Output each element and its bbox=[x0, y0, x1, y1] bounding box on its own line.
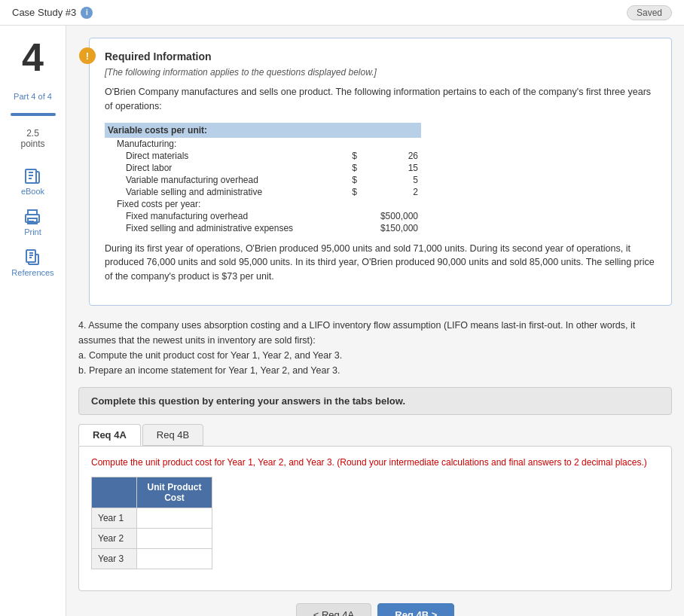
cost-label-manufacturing: Manufacturing: bbox=[105, 138, 299, 150]
sidebar-item-references[interactable]: References bbox=[11, 249, 53, 277]
info-box: ! Required Information [The following in… bbox=[89, 38, 672, 306]
points-value: 2.5 points bbox=[20, 128, 44, 149]
cost-row-fixed-mfg: Fixed manufacturing overhead $500,000 bbox=[105, 210, 421, 222]
cost-symbol-vs: $ bbox=[299, 186, 360, 198]
cost-label-fixed-header: Fixed costs per year: bbox=[105, 198, 299, 210]
cost-table-header-label: Variable costs per unit: bbox=[105, 123, 421, 138]
ebook-icon bbox=[23, 167, 41, 185]
cost-symbol-dl: $ bbox=[299, 162, 360, 174]
info-paragraph: O'Brien Company manufactures and sells o… bbox=[105, 85, 656, 114]
main-layout: 4 Part 4 of 4 2.5 points eBook bbox=[0, 26, 684, 616]
cost-label-fixed-selling: Fixed selling and administrative expense… bbox=[105, 222, 299, 234]
progress-bar-container bbox=[11, 113, 56, 116]
answer-table-header-upc: Unit ProductCost bbox=[137, 477, 212, 508]
year1-input[interactable] bbox=[143, 511, 206, 525]
year1-label: Year 1 bbox=[92, 508, 137, 528]
question-number: 4 bbox=[22, 38, 44, 77]
cost-value-fs: $150,000 bbox=[360, 222, 421, 234]
sidebar-item-print[interactable]: Print bbox=[23, 208, 41, 236]
year3-input[interactable] bbox=[143, 552, 206, 566]
cost-value-dm: 26 bbox=[360, 150, 421, 162]
answer-row-year1: Year 1 bbox=[92, 508, 212, 528]
sidebar-item-ebook[interactable]: eBook bbox=[21, 167, 44, 196]
required-info-title: Required Information bbox=[105, 50, 656, 63]
print-icon bbox=[23, 208, 41, 226]
ebook-label: eBook bbox=[21, 187, 44, 196]
part-label: Part 4 of 4 bbox=[14, 92, 52, 101]
cost-label-var-mfg: Variable manufacturing overhead bbox=[105, 174, 299, 186]
year3-input-cell[interactable] bbox=[137, 548, 212, 569]
cost-table: Variable costs per unit: Manufacturing: … bbox=[105, 123, 421, 234]
cost-row-fixed-header: Fixed costs per year: bbox=[105, 198, 421, 210]
cost-symbol-dm: $ bbox=[299, 150, 360, 162]
answer-row-year2: Year 2 bbox=[92, 528, 212, 548]
year2-input[interactable] bbox=[143, 532, 206, 545]
progress-bar-fill bbox=[11, 113, 56, 116]
sidebar-icons: eBook Print References bbox=[11, 167, 53, 277]
italic-note: [The following information applies to th… bbox=[105, 67, 656, 78]
answer-table: Unit ProductCost Year 1 Year 2 bbox=[91, 477, 212, 569]
info-icon[interactable]: i bbox=[81, 7, 93, 19]
tabs-row: Req 4A Req 4B bbox=[78, 424, 672, 446]
case-study-title: Case Study #3 bbox=[12, 7, 76, 18]
question-line1: 4. Assume the company uses absorption co… bbox=[78, 318, 672, 333]
saved-badge: Saved bbox=[627, 5, 672, 20]
references-icon bbox=[23, 249, 41, 267]
nav-buttons: < Req 4A Req 4B > bbox=[78, 603, 672, 616]
req-instruction: Compute the unit product cost for Year 1… bbox=[91, 456, 659, 469]
cost-row-direct-materials: Direct materials $ 26 bbox=[105, 150, 421, 162]
question-line2: assumes that the newest units in invento… bbox=[78, 333, 672, 348]
year2-input-cell[interactable] bbox=[137, 528, 212, 548]
complete-text: Complete this question by entering your … bbox=[91, 395, 405, 407]
cost-label-direct-materials: Direct materials bbox=[105, 150, 299, 162]
question-line4: b. Prepare an income statement for Year … bbox=[78, 363, 672, 378]
cost-value-vm: 5 bbox=[360, 174, 421, 186]
left-panel: 4 Part 4 of 4 2.5 points eBook bbox=[0, 26, 66, 616]
cost-row-direct-labor: Direct labor $ 15 bbox=[105, 162, 421, 174]
cost-row-fixed-selling: Fixed selling and administrative expense… bbox=[105, 222, 421, 234]
question-line3: a. Compute the unit product cost for Yea… bbox=[78, 348, 672, 363]
operations-text: During its first year of operations, O'B… bbox=[105, 242, 656, 284]
cost-row-manufacturing: Manufacturing: bbox=[105, 138, 421, 150]
answer-row-year3: Year 3 bbox=[92, 548, 212, 569]
cost-value-fm: $500,000 bbox=[360, 210, 421, 222]
print-label: Print bbox=[24, 227, 41, 236]
tab-req4b[interactable]: Req 4B bbox=[142, 424, 203, 446]
cost-value-vs: 2 bbox=[360, 186, 421, 198]
cost-value-dl: 15 bbox=[360, 162, 421, 174]
year1-input-cell[interactable] bbox=[137, 508, 212, 528]
tab-req4a[interactable]: Req 4A bbox=[78, 424, 141, 446]
answer-table-empty-header bbox=[92, 477, 137, 508]
req-instruction-main: Compute the unit product cost for Year 1… bbox=[91, 457, 334, 468]
content-area: ! Required Information [The following in… bbox=[66, 26, 684, 616]
references-label: References bbox=[11, 268, 53, 277]
forward-button[interactable]: Req 4B > bbox=[377, 603, 454, 616]
req-instruction-highlight: (Round your intermediate calculations an… bbox=[337, 457, 647, 468]
exclamation-icon: ! bbox=[79, 47, 96, 64]
cost-row-var-mfg: Variable manufacturing overhead $ 5 bbox=[105, 174, 421, 186]
cost-label-fixed-mfg: Fixed manufacturing overhead bbox=[105, 210, 299, 222]
cost-label-var-selling: Variable selling and administrative bbox=[105, 186, 299, 198]
cost-row-var-selling: Variable selling and administrative $ 2 bbox=[105, 186, 421, 198]
cost-symbol-vm: $ bbox=[299, 174, 360, 186]
complete-box: Complete this question by entering your … bbox=[78, 387, 672, 415]
top-bar: Case Study #3 i Saved bbox=[0, 0, 684, 26]
year2-label: Year 2 bbox=[92, 528, 137, 548]
top-bar-left: Case Study #3 i bbox=[12, 7, 93, 19]
question-text: 4. Assume the company uses absorption co… bbox=[78, 318, 672, 378]
year3-label: Year 3 bbox=[92, 548, 137, 569]
cost-table-header: Variable costs per unit: bbox=[105, 123, 421, 138]
cost-label-direct-labor: Direct labor bbox=[105, 162, 299, 174]
tab-content-req4a: Compute the unit product cost for Year 1… bbox=[78, 446, 672, 591]
back-button[interactable]: < Req 4A bbox=[296, 603, 372, 616]
